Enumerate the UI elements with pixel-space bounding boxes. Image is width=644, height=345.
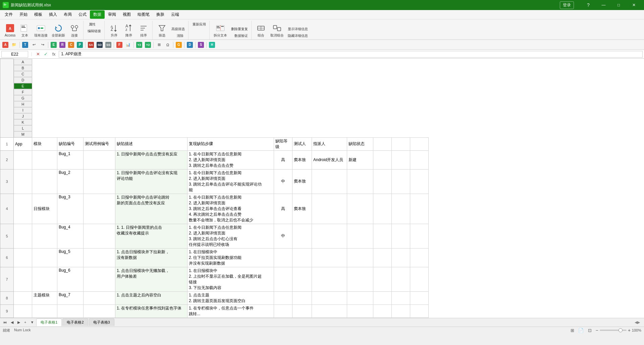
sort-button[interactable]: 排序 [137,21,150,39]
tb2-undo-btn[interactable]: ↩ [30,41,38,49]
cell-g6[interactable] [274,248,292,267]
group-button[interactable]: 组合 [254,21,268,39]
cell-m3[interactable] [410,169,429,194]
cell-k1[interactable] [373,137,392,150]
cell-g1[interactable]: 缺陷等级 [274,137,292,150]
cell-i9[interactable] [312,304,347,318]
show-detail-button[interactable]: 显示详细信息 [286,26,309,32]
help-button[interactable]: ? [583,0,593,10]
col-header-h[interactable]: H [14,101,32,107]
cell-b9[interactable] [32,304,57,318]
cell-l8[interactable] [392,291,410,304]
tb2-sd-btn[interactable]: SD [96,41,104,49]
filter-button[interactable]: 筛选 [155,21,169,39]
tab-next-button[interactable]: ▶ [16,320,22,325]
sheet-tab-3[interactable]: 电子表格3 [89,319,114,326]
cell-c2[interactable]: Bug_1 [57,150,84,169]
cell-f2[interactable]: 1. 在今日新闻下点击任意新闻 2. 进入新闻详情页面 3. 跳转之后单击点击点… [187,150,274,169]
menu-layout[interactable]: 布局 [60,10,75,19]
cell-d8[interactable] [84,291,115,304]
cell-a3[interactable] [14,169,32,194]
cell-a6[interactable] [14,248,32,267]
cell-d5[interactable] [84,224,115,248]
clear-button[interactable]: 清除 [174,33,186,39]
cell-l4[interactable] [392,194,410,224]
menu-insert[interactable]: 插入 [46,10,60,19]
tb2-h-btn[interactable]: H [208,41,216,49]
tb2-sa-btn[interactable]: SA [87,41,95,49]
sheet-tab-1[interactable]: 电子表格1 [36,319,62,326]
cell-e7[interactable]: 1. 点击日报模块中无懒加载， 用户体验差 [115,267,187,291]
zoom-in-button[interactable]: + [628,328,631,333]
cell-a7[interactable] [14,267,32,291]
col-header-b[interactable]: B [14,65,32,71]
function-button[interactable]: fx [50,51,57,57]
cancel-formula-button[interactable]: ✕ [35,51,41,57]
cell-h4[interactable]: 窦本致 [292,194,312,224]
cell-e1[interactable]: 缺陷描述 [115,137,187,150]
tb2-ss-btn[interactable]: SS [104,41,112,49]
menu-cloud[interactable]: 云端 [168,10,182,19]
cell-i8[interactable] [312,291,347,304]
tab-prev-button[interactable]: ◀ [9,320,15,325]
cell-a4[interactable] [14,194,32,224]
col-header-f[interactable]: F [14,89,32,95]
cell-k7[interactable] [373,267,392,291]
tb2-chart-btn[interactable]: 📊 [124,41,132,49]
menu-review[interactable]: 审阅 [105,10,119,19]
cell-g4[interactable]: 高 [274,194,292,224]
remove-dup-button[interactable]: 删除重复复 [230,26,249,32]
cell-i5[interactable] [312,224,347,248]
col-header-g[interactable]: G [14,95,32,101]
cell-k6[interactable] [373,248,392,267]
cell-h2[interactable]: 窦本致 [292,150,312,169]
cell-c4[interactable]: Bug_3 [57,194,84,224]
tb2-s2-btn[interactable]: S [197,41,205,49]
col-header-k[interactable]: K [14,119,32,125]
cell-l3[interactable] [392,169,410,194]
cell-j7[interactable] [347,267,373,291]
cell-g3[interactable]: 中 [274,169,292,194]
reapply-button[interactable]: 重新应用 [191,21,207,27]
cell-j2[interactable]: 新建 [347,150,373,169]
cell-e3[interactable]: 1. 日报中新闻中点击评论没有实现 评论功能 [115,169,187,194]
cell-i3[interactable] [312,169,347,194]
tb2-f-btn[interactable]: F [115,41,123,49]
cell-e2[interactable]: 1. 日报中新闻中点击点赞没有反应 [115,150,187,169]
tab-first-button[interactable]: ⏮ [1,320,8,325]
cell-f9[interactable]: 1. 在专栏模块中，任意点击一个事件 跳转... [187,304,274,318]
cell-g5[interactable]: 中 [274,224,292,248]
cell-k2[interactable] [373,150,392,169]
cell-m1[interactable] [410,137,429,150]
desc-sort-button[interactable]: A Z 降序 [122,21,136,39]
tb2-y2-2-btn[interactable]: Y2 [144,41,152,49]
menu-drawing[interactable]: 绘图笔 [134,10,153,19]
cell-l6[interactable] [392,248,410,267]
menu-template[interactable]: 模板 [31,10,46,19]
col-header-j[interactable]: J [14,113,32,119]
cell-j8[interactable] [347,291,373,304]
cell-j9[interactable] [347,304,373,318]
cell-h6[interactable] [292,248,312,267]
tab-add-button[interactable]: + [22,320,28,325]
cell-f4[interactable]: 1. 在今日新闻下点击任意新闻 2. 进入新闻详情页面 3. 跳转之后单击点击评… [187,194,274,224]
cell-c9[interactable] [57,304,84,318]
cell-a8[interactable] [14,291,32,304]
cell-l2[interactable] [392,150,410,169]
tb2-p-btn[interactable]: P [76,41,84,49]
cell-m2[interactable] [410,150,429,169]
cell-b4[interactable]: 日报模块 [32,194,57,224]
cell-i4[interactable] [312,194,347,224]
tb2-d-btn[interactable]: D [186,41,194,49]
col-header-l[interactable]: L [14,125,32,131]
cell-k3[interactable] [373,169,392,194]
cell-a9[interactable] [14,304,32,318]
tb2-t-btn[interactable]: T [21,41,29,49]
ungroup-button[interactable]: 取消组合 [269,21,285,39]
cell-m4[interactable] [410,194,429,224]
cell-a2[interactable] [14,150,32,169]
tb2-a-btn[interactable]: A [1,41,9,49]
cell-b7[interactable] [32,267,57,291]
cell-a1[interactable]: App [14,137,32,150]
cell-i6[interactable] [312,248,347,267]
